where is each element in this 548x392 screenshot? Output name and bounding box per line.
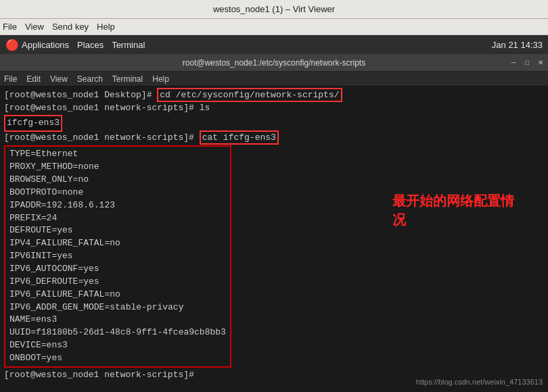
close-button[interactable]: ✕	[536, 58, 545, 68]
cat-command-highlight: cat ifcfg-ens3	[200, 130, 279, 145]
config-line-browser: BROWSER_ONLY=no	[9, 174, 226, 187]
virt-viewer-menubar: File View Send key Help	[0, 19, 548, 35]
applications-menu[interactable]: Applications	[22, 40, 69, 50]
menu-view[interactable]: View	[25, 22, 44, 32]
window-controls: ─ □ ✕	[509, 58, 545, 68]
terminal-menubar: File Edit View Search Terminal Help	[0, 72, 548, 87]
term-menu-help[interactable]: Help	[152, 74, 169, 84]
config-line-name: NAME=ens3	[9, 314, 226, 326]
maximize-button[interactable]: □	[522, 58, 532, 68]
config-line-onboot: ONBOOT=yes	[9, 352, 226, 365]
config-line-prefix: PREFIX=24	[9, 212, 226, 225]
config-line-ipv6gen: IPV6_ADDR_GEN_MODE=stable-privacy	[9, 301, 226, 314]
term-menu-terminal[interactable]: Terminal	[112, 74, 143, 84]
virt-viewer-titlebar: westos_node1 (1) – Virt Viewer	[0, 0, 548, 19]
config-line-proxy: PROXY_METHOD=none	[9, 161, 226, 174]
menu-help[interactable]: Help	[97, 22, 115, 32]
term-menu-edit[interactable]: Edit	[26, 74, 41, 84]
config-line-ipv6auto: IPV6_AUTOCONF=yes	[9, 263, 226, 276]
places-menu[interactable]: Places	[77, 40, 104, 50]
config-line-device: DEVICE=ens3	[9, 339, 226, 352]
term-menu-view[interactable]: View	[50, 74, 68, 84]
terminal-line-3: ifcfg-ens3	[4, 115, 544, 132]
redhat-icon: 🔴	[5, 39, 19, 51]
config-line-ipv6def: IPV6_DEFROUTE=yes	[9, 276, 226, 289]
menu-sendkey[interactable]: Send key	[52, 22, 89, 32]
virt-viewer-window: westos_node1 (1) – Virt Viewer File View…	[0, 0, 548, 392]
gnome-app-menu: Applications Places Terminal	[22, 40, 145, 50]
config-block: TYPE=Ethernet PROXY_METHOD=none BROWSER_…	[4, 145, 231, 367]
config-line-ipv4fail: IPV4_FAILURE_FATAL=no	[9, 237, 226, 250]
menu-file[interactable]: File	[3, 22, 17, 32]
config-line-defroute: DEFROUTE=yes	[9, 224, 226, 237]
watermark: https://blog.csdn.net/weixin_47133613	[416, 377, 543, 388]
minimize-button[interactable]: ─	[509, 58, 518, 68]
terminal-titlebar: root@westos_node1:/etc/sysconfig/network…	[0, 54, 548, 72]
terminal-title: root@westos_node1:/etc/sysconfig/network…	[183, 58, 365, 68]
terminal-window: root@westos_node1:/etc/sysconfig/network…	[0, 54, 548, 392]
ifcfg-filename-highlight: ifcfg-ens3	[4, 115, 62, 132]
annotation-text: 最开始的网络配置情 况	[392, 191, 528, 229]
terminal-menu[interactable]: Terminal	[112, 40, 145, 50]
term-menu-file[interactable]: File	[4, 74, 17, 84]
config-line-ipv6init: IPV6INIT=yes	[9, 250, 226, 263]
term-menu-search[interactable]: Search	[77, 74, 103, 84]
config-line-uuid: UUID=f18180b5-26d1-48c8-9ff1-4fcea9cb8bb…	[9, 326, 226, 339]
config-line-type: TYPE=Ethernet	[9, 148, 226, 161]
config-line-bootproto: BOOTPROTO=none	[9, 187, 226, 199]
config-line-ipaddr: IPADDR=192.168.6.123	[9, 199, 226, 212]
terminal-line-2: [root@westos_node1 network-scripts]# ls	[4, 102, 544, 115]
clock: Jan 21 14:33	[492, 40, 543, 50]
cd-command-highlight: cd /etc/sysconfig/network-scripts/	[157, 88, 342, 102]
terminal-line-4: [root@westos_node1 network-scripts]# cat…	[4, 132, 544, 145]
terminal-content[interactable]: [root@westos_node1 Desktop]# cd /etc/sys…	[0, 87, 548, 392]
gnome-panel: 🔴 Applications Places Terminal Jan 21 14…	[0, 35, 548, 54]
terminal-line-1: [root@westos_node1 Desktop]# cd /etc/sys…	[4, 89, 544, 102]
config-line-ipv6fail: IPV6_FAILURE_FATAL=no	[9, 289, 226, 301]
virt-viewer-title: westos_node1 (1) – Virt Viewer	[213, 4, 335, 14]
